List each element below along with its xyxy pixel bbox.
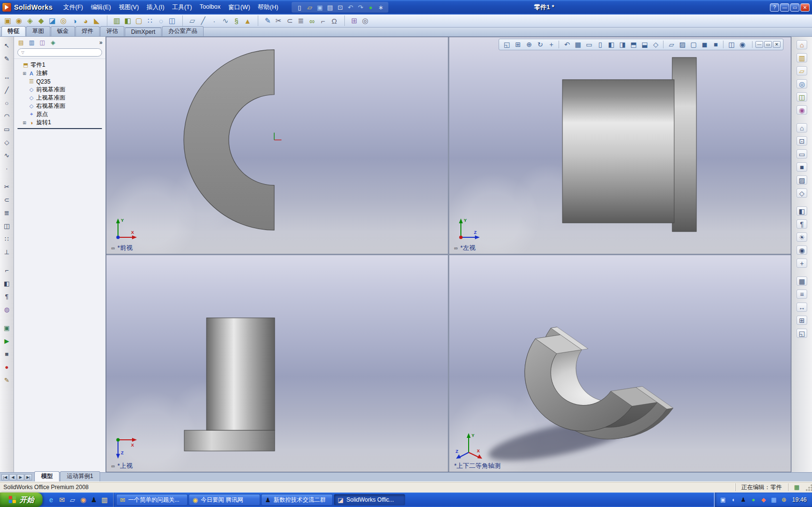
- menu-item[interactable]: 插入(I): [143, 1, 168, 14]
- lights-pane-icon[interactable]: ☀: [797, 232, 807, 242]
- command-tab[interactable]: 钣金: [51, 26, 75, 36]
- expand-icon[interactable]: ⊞: [22, 71, 27, 76]
- copy-icon[interactable]: ⊡: [336, 3, 344, 12]
- model-tab[interactable]: 运动算例1: [60, 471, 100, 481]
- qq-tray-icon[interactable]: ♟: [739, 496, 747, 504]
- resize-grip[interactable]: [805, 482, 812, 493]
- minimize-button[interactable]: —: [780, 3, 789, 12]
- trim-entities-icon[interactable]: ✂: [2, 182, 12, 191]
- axes-pane-icon[interactable]: +: [797, 259, 807, 268]
- circular-pattern-icon[interactable]: ◌: [156, 15, 166, 26]
- redo-icon[interactable]: ↷: [356, 3, 365, 12]
- home-view-icon[interactable]: ⌂: [797, 123, 807, 132]
- select-arrow-icon[interactable]: ↖: [2, 41, 12, 50]
- toolbox-icon[interactable]: ⊞: [344, 15, 359, 26]
- command-tab[interactable]: 特征: [1, 26, 26, 36]
- start-button[interactable]: 开始: [0, 493, 43, 507]
- measure-tool-icon[interactable]: ⌐: [2, 266, 12, 275]
- design-library-icon[interactable]: ▥: [797, 53, 807, 62]
- viewport-isometric[interactable]: Y X Z *上下二等角轴测: [449, 255, 791, 472]
- fullscreen-pane-icon[interactable]: ◱: [797, 329, 807, 338]
- pattern-sketch-icon[interactable]: ∷: [2, 234, 12, 243]
- linear-pattern-icon[interactable]: ∷: [145, 15, 155, 26]
- taskbar-clock[interactable]: 19:46: [792, 496, 807, 503]
- offset-entities-icon[interactable]: ≣: [295, 15, 306, 26]
- update-icon[interactable]: ⊕: [780, 496, 788, 504]
- scene-icon[interactable]: ▣: [2, 323, 12, 332]
- helix-icon[interactable]: §: [231, 15, 242, 26]
- network-icon[interactable]: ▦: [770, 496, 778, 504]
- command-tab[interactable]: 办公室产品: [162, 26, 204, 36]
- appearances-pane-icon[interactable]: ◉: [797, 105, 807, 115]
- filter-input[interactable]: [27, 50, 98, 56]
- play-icon[interactable]: ▶: [2, 336, 12, 345]
- pane-minimize-button[interactable]: —: [755, 41, 763, 48]
- hidden-lines-visible-icon[interactable]: ▨: [677, 41, 688, 48]
- offset-icon[interactable]: ≣: [2, 208, 12, 217]
- camera-view-icon[interactable]: ◉: [737, 41, 748, 48]
- new-document-icon[interactable]: ▯: [295, 3, 304, 12]
- qq-icon[interactable]: ♟: [89, 495, 98, 504]
- search-pane-icon[interactable]: ◎: [797, 79, 807, 88]
- curve-icon[interactable]: ∿: [220, 15, 231, 26]
- trim-icon[interactable]: ✂: [273, 15, 284, 26]
- point-icon[interactable]: ·: [209, 15, 220, 26]
- maximize-button[interactable]: ▭: [790, 3, 799, 12]
- sketch-icon[interactable]: ✎: [258, 15, 273, 26]
- model-tab-nav-button[interactable]: ▶|: [25, 474, 32, 480]
- dimxpertmanager-icon[interactable]: ◈: [49, 39, 57, 46]
- previous-view-icon[interactable]: ↶: [559, 41, 572, 48]
- menu-item[interactable]: 窗口(W): [224, 1, 254, 14]
- relations-icon[interactable]: ⊥: [2, 247, 12, 256]
- show-desktop-icon[interactable]: ▱: [68, 495, 77, 504]
- menu-item[interactable]: 工具(T): [168, 1, 196, 14]
- section-view-icon[interactable]: ◫: [723, 41, 737, 48]
- annotation-icon[interactable]: ¶: [2, 292, 12, 301]
- back-view-icon[interactable]: ▯: [595, 41, 605, 48]
- task-tencent-news[interactable]: ◉ 今日要闻 腾讯网: [189, 494, 260, 506]
- point-sketch-icon[interactable]: ·: [2, 164, 12, 173]
- tree-item[interactable]: ◇ 上视基准面: [15, 94, 104, 102]
- left-view-icon[interactable]: ◧: [606, 41, 617, 48]
- bottom-view-icon[interactable]: ⬓: [639, 41, 650, 48]
- tree-item[interactable]: ◇ 右视基准面: [15, 102, 104, 110]
- zoom-area-icon[interactable]: ⊞: [513, 41, 523, 48]
- model-tab-nav-button[interactable]: ▶: [17, 474, 24, 480]
- command-tab[interactable]: 评估: [100, 26, 124, 36]
- appearance-icon[interactable]: ◍: [2, 305, 12, 314]
- pane-close-button[interactable]: ✕: [773, 41, 781, 48]
- media-player-icon[interactable]: ◉: [79, 495, 88, 504]
- zoom-in-out-icon[interactable]: ⊕: [524, 41, 534, 48]
- viewport-top[interactable]: X Z ∞ *上视: [106, 255, 448, 472]
- open-document-icon[interactable]: ▱: [305, 3, 314, 12]
- extruded-cut-icon[interactable]: ◪: [47, 15, 58, 26]
- menu-item[interactable]: 文件(F): [59, 1, 87, 14]
- cameras-pane-icon[interactable]: ◉: [797, 246, 807, 255]
- panel-collapse-icon[interactable]: »: [99, 39, 103, 46]
- tree-item[interactable]: ⊞ ◑ 旋转1: [15, 118, 104, 127]
- section-pane-icon[interactable]: ◧: [797, 206, 807, 216]
- right-view-icon[interactable]: ◨: [617, 41, 628, 48]
- print-icon[interactable]: ▤: [325, 3, 334, 12]
- shaded-icon[interactable]: ■: [710, 41, 721, 48]
- shell-icon[interactable]: ▢: [133, 15, 144, 26]
- sketch-pencil-icon[interactable]: ✎: [2, 54, 12, 63]
- wireframe-pane-icon[interactable]: ▭: [797, 149, 807, 159]
- revolved-cut-icon[interactable]: ◑: [69, 15, 80, 26]
- help-button[interactable]: ?: [770, 3, 779, 12]
- task-question[interactable]: ✉ 一个简单的问题关...: [116, 494, 188, 506]
- annotations-pane-icon[interactable]: ¶: [797, 219, 807, 229]
- spline-icon[interactable]: ∿: [2, 151, 12, 159]
- edit-feature-icon[interactable]: ✎: [2, 376, 12, 384]
- model-tab[interactable]: 模型: [34, 471, 59, 481]
- stop-icon[interactable]: ■: [2, 349, 12, 358]
- menu-item[interactable]: 编辑(E): [87, 1, 115, 14]
- wireframe-icon[interactable]: ▱: [663, 41, 677, 48]
- chamfer-icon[interactable]: ◣: [91, 15, 102, 26]
- view-palette-icon[interactable]: ◫: [797, 92, 807, 101]
- close-button[interactable]: ✕: [800, 3, 810, 12]
- search-icon[interactable]: ◎: [360, 15, 370, 26]
- convert-entities-icon[interactable]: ⊂: [284, 15, 295, 26]
- revolved-boss-icon[interactable]: ◉: [14, 15, 24, 26]
- viewport-left[interactable]: Y Z ∞ *左视: [449, 37, 791, 254]
